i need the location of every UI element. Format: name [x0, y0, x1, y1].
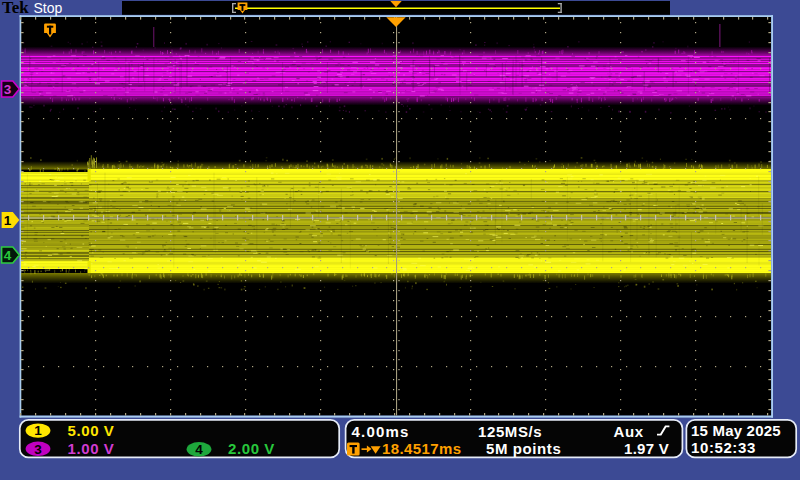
svg-text:1: 1: [4, 213, 12, 228]
svg-text:Stop: Stop: [34, 0, 63, 16]
svg-text:1: 1: [34, 423, 42, 438]
svg-text:18.4517ms: 18.4517ms: [382, 440, 462, 457]
svg-text:1.97 V: 1.97 V: [624, 440, 669, 457]
svg-text:4.00ms: 4.00ms: [352, 423, 410, 440]
svg-text:Aux: Aux: [614, 423, 644, 440]
svg-text:15 May 2025: 15 May 2025: [691, 422, 781, 439]
svg-text:4: 4: [195, 442, 203, 457]
svg-text:4: 4: [4, 248, 12, 263]
svg-text:5.00 V: 5.00 V: [68, 422, 115, 439]
svg-text:Tek: Tek: [2, 0, 29, 17]
svg-text:3: 3: [34, 442, 42, 457]
svg-text:1.00 V: 1.00 V: [68, 440, 115, 457]
svg-text:125MS/s: 125MS/s: [478, 423, 542, 440]
svg-text:5M points: 5M points: [486, 440, 561, 457]
svg-text:2.00 V: 2.00 V: [228, 440, 275, 457]
svg-text:3: 3: [4, 82, 12, 97]
svg-text:10:52:33: 10:52:33: [691, 439, 756, 456]
